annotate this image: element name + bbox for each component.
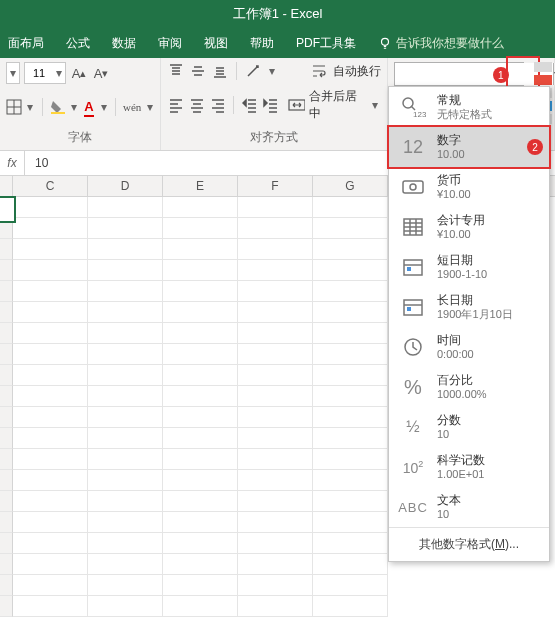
cell[interactable]	[88, 386, 163, 407]
fx-icon[interactable]: fx	[0, 156, 24, 170]
cell[interactable]	[13, 512, 88, 533]
cell[interactable]	[313, 596, 388, 617]
format-option-number[interactable]: 12数字10.002	[389, 127, 549, 167]
wrap-text-button[interactable]: 自动换行	[311, 63, 381, 80]
cell[interactable]	[163, 470, 238, 491]
cell[interactable]	[0, 365, 13, 386]
cell[interactable]	[0, 302, 13, 323]
cell[interactable]	[163, 512, 238, 533]
cell[interactable]	[313, 281, 388, 302]
cell[interactable]	[238, 596, 313, 617]
cell[interactable]	[0, 407, 13, 428]
cell[interactable]	[313, 260, 388, 281]
merge-center-button[interactable]: 合并后居中 ▾	[288, 88, 381, 122]
cell[interactable]	[238, 302, 313, 323]
cell[interactable]	[88, 512, 163, 533]
cell[interactable]	[238, 218, 313, 239]
cell[interactable]	[313, 344, 388, 365]
format-option-scientific[interactable]: 102科学记数1.00E+01	[389, 447, 549, 487]
format-option-fraction[interactable]: ½分数10	[389, 407, 549, 447]
cell[interactable]	[13, 344, 88, 365]
number-format-combo[interactable]: ▾ 1	[394, 62, 524, 86]
cell[interactable]	[13, 596, 88, 617]
align-right-icon[interactable]	[209, 96, 226, 114]
cell[interactable]	[0, 575, 13, 596]
cell[interactable]	[0, 260, 13, 281]
format-option-general[interactable]: 123常规无特定格式	[389, 87, 549, 127]
cell[interactable]	[0, 533, 13, 554]
cell[interactable]	[163, 575, 238, 596]
font-color-icon[interactable]: A	[82, 98, 95, 116]
cell[interactable]	[238, 470, 313, 491]
cell[interactable]	[238, 323, 313, 344]
cell[interactable]	[0, 281, 13, 302]
cell[interactable]	[0, 323, 13, 344]
cell[interactable]	[238, 239, 313, 260]
cell[interactable]	[13, 197, 88, 218]
cell[interactable]	[13, 491, 88, 512]
cell[interactable]	[13, 260, 88, 281]
cell[interactable]	[13, 533, 88, 554]
cell[interactable]	[163, 302, 238, 323]
border-icon[interactable]	[6, 98, 22, 116]
cell[interactable]	[238, 554, 313, 575]
cell[interactable]	[88, 239, 163, 260]
increase-indent-icon[interactable]	[262, 96, 279, 114]
format-option-accounting[interactable]: 会计专用¥10.00	[389, 207, 549, 247]
cell[interactable]	[163, 596, 238, 617]
cell[interactable]	[13, 281, 88, 302]
cell[interactable]	[88, 554, 163, 575]
cell[interactable]	[88, 344, 163, 365]
cell[interactable]	[13, 575, 88, 596]
cell[interactable]	[88, 533, 163, 554]
tell-me[interactable]: 告诉我你想要做什么	[378, 35, 504, 52]
align-middle-icon[interactable]	[189, 62, 207, 80]
format-option-text[interactable]: ABC文本10	[389, 487, 549, 527]
cell[interactable]	[88, 302, 163, 323]
cell[interactable]	[163, 365, 238, 386]
cell[interactable]	[313, 575, 388, 596]
cell[interactable]	[313, 533, 388, 554]
cell[interactable]	[0, 491, 13, 512]
tab-view[interactable]: 视图	[204, 35, 228, 52]
cell[interactable]	[163, 386, 238, 407]
cell[interactable]	[88, 449, 163, 470]
cell[interactable]	[163, 554, 238, 575]
cell[interactable]	[0, 596, 13, 617]
cell[interactable]	[238, 512, 313, 533]
format-option-shortdate[interactable]: 短日期1900-1-10	[389, 247, 549, 287]
cell[interactable]	[238, 197, 313, 218]
font-color-dropdown[interactable]: ▾	[100, 98, 109, 116]
cell[interactable]	[0, 386, 13, 407]
col-g[interactable]: G	[313, 176, 388, 196]
cell[interactable]	[163, 491, 238, 512]
row[interactable]	[0, 575, 555, 596]
format-option-currency[interactable]: 货币¥10.00	[389, 167, 549, 207]
cell[interactable]	[88, 323, 163, 344]
decrease-indent-icon[interactable]	[241, 96, 258, 114]
cell[interactable]	[313, 512, 388, 533]
decrease-font-icon[interactable]: A▾	[92, 64, 110, 82]
cell[interactable]	[313, 365, 388, 386]
cell[interactable]	[0, 554, 13, 575]
cell[interactable]	[238, 281, 313, 302]
active-cell[interactable]	[0, 196, 16, 223]
cell[interactable]	[163, 344, 238, 365]
tab-pdf[interactable]: PDF工具集	[296, 35, 356, 52]
cell[interactable]	[238, 260, 313, 281]
more-formats-button[interactable]: 其他数字格式(M)...	[389, 527, 549, 561]
tab-formulas[interactable]: 公式	[66, 35, 90, 52]
tab-help[interactable]: 帮助	[250, 35, 274, 52]
row[interactable]	[0, 596, 555, 617]
cell[interactable]	[88, 365, 163, 386]
cell[interactable]	[13, 239, 88, 260]
cell[interactable]	[88, 281, 163, 302]
cell[interactable]	[313, 407, 388, 428]
cell[interactable]	[13, 386, 88, 407]
cell[interactable]	[163, 218, 238, 239]
cell[interactable]	[238, 491, 313, 512]
font-size-input[interactable]: ▾	[24, 62, 66, 84]
cell[interactable]	[238, 407, 313, 428]
cell[interactable]	[13, 323, 88, 344]
orientation-icon[interactable]	[244, 62, 262, 80]
